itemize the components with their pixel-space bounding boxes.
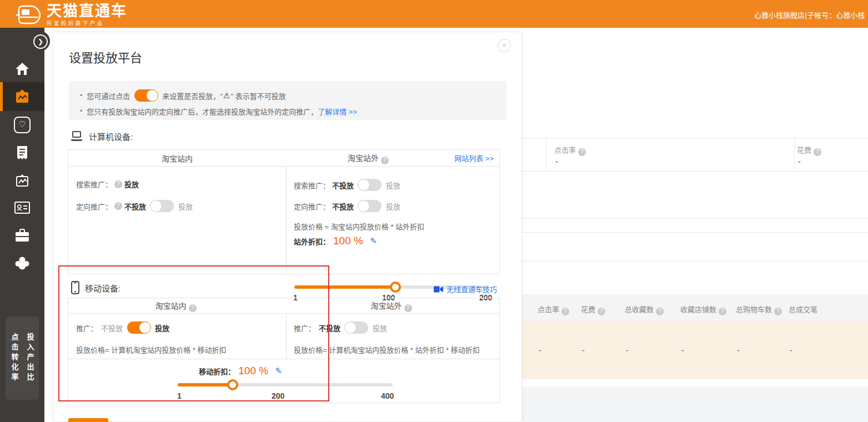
mobile-outside-promo-toggle[interactable] xyxy=(345,321,368,334)
cell-value: - xyxy=(539,346,541,355)
cell-value: - xyxy=(737,346,740,355)
help-icon[interactable] xyxy=(656,308,664,315)
home-icon xyxy=(15,62,29,76)
warning-icon: ⚠ xyxy=(223,91,230,100)
sidebar-item-community[interactable] xyxy=(0,251,44,275)
expand-sidebar-icon[interactable] xyxy=(33,34,48,49)
computer-table: 淘宝站内 淘宝站外 网站列表 >> 搜索推广： 投放 定向推广： 不投放 投放 … xyxy=(68,149,500,274)
background-report-page: 点击率 - 花费 - 点击率 花费 总收藏数 收藏店铺数 总购物车数 总成交笔 … xyxy=(522,28,868,422)
laptop-icon xyxy=(70,131,83,142)
close-icon[interactable] xyxy=(498,39,511,52)
save-button[interactable] xyxy=(68,418,108,422)
logo-title: 天猫直通车 xyxy=(47,3,127,19)
sidebar-metrics-panel[interactable]: 点击转化率 投入产出比 xyxy=(6,316,39,400)
video-icon xyxy=(434,286,443,293)
annotation-rectangle xyxy=(58,265,329,401)
pc-outside-formula: 投放价格 = 淘宝站内投放价格 * 站外折扣 xyxy=(294,221,424,232)
help-icon[interactable] xyxy=(814,148,821,156)
divider xyxy=(546,138,546,171)
cell-value: - xyxy=(582,346,585,355)
pc-outside-target-toggle[interactable] xyxy=(358,200,382,212)
page-footer-band xyxy=(522,387,868,422)
col-header-shop-favs: 收藏店铺数 xyxy=(680,304,729,315)
heart-icon xyxy=(14,117,31,133)
help-icon[interactable] xyxy=(114,202,122,210)
report-table-row xyxy=(522,322,868,379)
computer-section-title: 计算机设备: xyxy=(70,130,133,142)
pc-inside-target-row: 定向推广： 不投放 投放 xyxy=(76,200,193,212)
pc-outside-search-row: 搜索推广： 不投放 投放 xyxy=(294,179,400,191)
modal-title: 设置投放平台 xyxy=(69,48,142,66)
help-icon[interactable] xyxy=(381,157,389,164)
slider-thumb[interactable] xyxy=(390,282,401,293)
bullet-icon xyxy=(80,107,82,115)
col-header-favs: 总收藏数 xyxy=(625,304,666,315)
pc-outside-target-row: 定向推广： 不投放 投放 xyxy=(294,200,400,212)
metric-label-cost: 花费 xyxy=(797,144,824,156)
pc-inside-search-row: 搜索推广： 投放 xyxy=(76,179,139,189)
col-taobao-outside: 淘宝站外 xyxy=(286,152,453,164)
tip-line-2: 您只有投放淘宝站内的定向推广后，才能选择投放淘宝站外的定向推广， 了解详情 >> xyxy=(80,105,357,117)
metric-value-cost: - xyxy=(798,157,801,166)
sidebar-item-favorites[interactable] xyxy=(0,113,44,137)
id-card-icon xyxy=(14,202,30,214)
slider-max-label: 400 xyxy=(381,391,394,400)
cell-value: - xyxy=(626,346,629,355)
col-header-deals: 总成交笔 xyxy=(789,304,817,314)
cell-value: - xyxy=(790,346,792,355)
sidebar-item-campaign-active[interactable] xyxy=(0,82,44,111)
bird-icon xyxy=(14,256,30,270)
example-toggle xyxy=(134,89,158,102)
col-taobao-inside: 淘宝站内 xyxy=(68,153,286,164)
col-header-carts: 总购物车数 xyxy=(736,304,784,315)
learn-more-link[interactable]: 了解详情 >> xyxy=(318,106,357,117)
help-icon[interactable] xyxy=(719,308,726,315)
logo-subtitle: 阿里妈妈旗下产品 xyxy=(47,19,127,27)
metric-value-ctr: - xyxy=(555,157,558,166)
campaign-icon-wrap xyxy=(0,84,44,109)
help-icon[interactable] xyxy=(578,148,586,156)
divider xyxy=(286,167,287,274)
metric-roi-label: 投入产出比 xyxy=(25,333,36,383)
divider xyxy=(794,138,795,171)
logo[interactable]: 天猫直通车 阿里妈妈旗下产品 xyxy=(16,3,127,27)
col-header-ctr: 点击率 xyxy=(538,304,571,315)
cell-value: - xyxy=(681,346,684,355)
sidebar-item-tools[interactable] xyxy=(0,223,44,248)
divider xyxy=(522,232,868,233)
campaign-icon xyxy=(14,89,30,104)
account-name[interactable]: 心雅小栈旗舰店(子帐号：心雅小栈 xyxy=(754,9,868,20)
help-icon[interactable] xyxy=(561,308,569,315)
sidebar-item-account-card[interactable] xyxy=(0,195,44,220)
divider xyxy=(522,261,868,262)
train-icon xyxy=(16,5,41,25)
site-list-link[interactable]: 网站列表 >> xyxy=(454,153,494,163)
briefcase-icon xyxy=(15,229,29,242)
left-sidebar: 点击转化率 投入产出比 xyxy=(0,28,44,422)
help-icon[interactable] xyxy=(114,180,122,188)
divider xyxy=(522,218,868,219)
tip-line-1: 您可通过点击 来设置是否投放，"⚠" 表示暂不可投放 xyxy=(80,88,286,103)
sidebar-item-creative[interactable] xyxy=(0,168,44,193)
wireless-tips-link[interactable]: 无线直通车技巧 xyxy=(446,284,497,294)
divider xyxy=(522,171,868,172)
divider xyxy=(522,138,868,138)
metric-label-ctr: 点击率 xyxy=(554,144,588,156)
help-icon[interactable] xyxy=(404,304,412,312)
edit-icon[interactable] xyxy=(370,236,377,246)
help-icon[interactable] xyxy=(598,308,605,315)
bullet-icon xyxy=(80,92,82,99)
outside-discount-value: 100 % xyxy=(333,235,363,247)
receipt-icon xyxy=(16,145,29,160)
picture-icon xyxy=(15,174,29,187)
sidebar-item-report[interactable] xyxy=(0,140,44,165)
top-bar: 天猫直通车 阿里妈妈旗下产品 心雅小栈旗舰店(子帐号：心雅小栈 xyxy=(0,0,868,28)
metric-ctr-label: 点击转化率 xyxy=(9,333,20,383)
help-icon[interactable] xyxy=(774,308,782,315)
tips-box: 您可通过点击 来设置是否投放，"⚠" 表示暂不可投放 您只有投放淘宝站内的定向推… xyxy=(69,81,506,120)
sidebar-item-home[interactable] xyxy=(0,57,44,81)
col-header-cost: 花费 xyxy=(581,304,608,315)
wireless-tips-link-row: 无线直通车技巧 xyxy=(434,284,497,294)
pc-inside-target-toggle[interactable] xyxy=(150,200,174,212)
pc-outside-search-toggle[interactable] xyxy=(358,179,382,191)
